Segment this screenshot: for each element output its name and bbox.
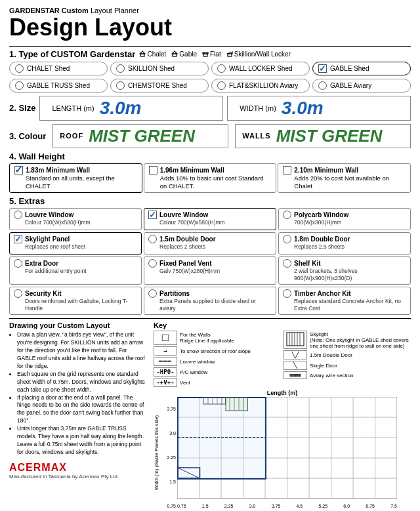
- door-15-title: 1.5m Double Door: [159, 235, 216, 243]
- key-aviary: ▦▦▦▦ Aviary wire section: [284, 371, 411, 379]
- security-title: Security Kit: [25, 289, 137, 298]
- extra-shelf[interactable]: Shelf Kit 2 wall brackets, 3 shelves 900…: [278, 256, 411, 285]
- shed-option-gable-aviary[interactable]: GABLE Aviary: [312, 79, 411, 92]
- radio-polycarb: [283, 211, 291, 219]
- svg-rect-7: [228, 54, 232, 56]
- chart-title-x: Length (m): [154, 390, 411, 396]
- check-louvre2: ✓: [148, 211, 157, 219]
- extra-door-text: Extra Door For additional entry point: [25, 259, 87, 275]
- drawing-right: Key ┌─┐└─┘ For the WallsRidge Line if ap…: [154, 321, 411, 508]
- fixed-vent-text: Fixed Panel Vent Galv 750(W)x280(H)mm: [159, 259, 220, 275]
- drawing-section: Drawing your Custom Layout Draw a plan v…: [9, 321, 411, 508]
- section5-label: 5. Extras: [9, 196, 45, 206]
- wall-183-text: 1.83m Minimum Wall Standard on all units…: [26, 166, 137, 191]
- extra-door-18[interactable]: 1.8m Double Door Replaces 2.5 sheets: [278, 232, 411, 255]
- radio-gable-truss: [15, 81, 24, 90]
- shed-label-chemstore: CHEMSTORE Shed: [128, 82, 187, 89]
- key-skylight: Skylight(Note: One skylight in GABLE she…: [284, 331, 411, 349]
- key-vent-label: Vent: [180, 380, 190, 386]
- louvre2-desc: Colour 700(W)x580(H)mm: [159, 219, 225, 226]
- type-gable: Gable: [171, 51, 197, 58]
- radio-skillion: [116, 64, 125, 73]
- walls-colour-box: WALLS MIST GREEN: [235, 124, 411, 148]
- length-label: LENGTH (m): [52, 104, 94, 112]
- wall-196-title: 1.96m Minimum Wall: [160, 166, 272, 174]
- louvre2-text: Louvre Window Colour 700(W)x580(H)mm: [159, 211, 225, 226]
- louvre1-text: Louvre Window Colour 700(W)x580(H)mm: [25, 211, 91, 226]
- shed-label-chalet: CHALET Shed: [27, 65, 70, 72]
- type-chalet: Chalet: [139, 51, 166, 58]
- section2-label: 2. Size: [9, 103, 35, 113]
- timber-anchor-desc: Replaces standard Concrete Anchor Kit, n…: [294, 298, 406, 312]
- extra-timber-anchor[interactable]: Timber Anchor Kit Replaces standard Conc…: [278, 287, 411, 315]
- extra-door-desc: For additional entry point: [25, 268, 87, 275]
- radio-flat-skillion: [217, 81, 226, 90]
- shelf-text: Shelf Kit 2 wall brackets, 3 shelves 900…: [294, 259, 406, 282]
- security-text: Security Kit Doors reinforced with Galtu…: [25, 289, 137, 312]
- svg-rect-28: [178, 398, 266, 479]
- key-skylight-label: Skylight(Note: One skylight in GABLE she…: [310, 331, 411, 349]
- drawing-left: Drawing your Custom Layout Draw a plan v…: [9, 321, 147, 508]
- shed-option-gable-truss[interactable]: GABLE TRUSS Shed: [9, 79, 108, 92]
- radio-partitions: [148, 289, 157, 298]
- extra-skylight[interactable]: ✓ Skylight Panel Replaces one roof sheet: [9, 232, 142, 255]
- acermax-logo: ACERMAX Manufactured in Tasmania by Acer…: [9, 462, 147, 480]
- partitions-text: Partitions Extra Panels supplied to divi…: [159, 289, 272, 312]
- key-pc-label: P/C window: [180, 369, 207, 375]
- x-labels: 0.75 1.5 2.25 3.0 3.75 4.5 5.25 6.0 6.75…: [177, 503, 397, 508]
- key-aviary-label: Aviary wire section: [310, 373, 354, 378]
- key-walls: ┌─┐└─┘ For the WallsRidge Line if applic…: [154, 331, 281, 345]
- drawing-title: Drawing your Custom Layout: [9, 321, 147, 329]
- wall-196-option[interactable]: 1.96m Minimum Wall Adds 10% to basic uni…: [144, 163, 277, 194]
- door-18-desc: Replaces 2.5 sheets: [294, 243, 350, 251]
- shed-option-chemstore[interactable]: CHEMSTORE Shed: [110, 79, 209, 92]
- extra-polycarb[interactable]: Polycarb Window 700(W)x300(H)mm: [278, 208, 411, 230]
- section-divider: [9, 318, 411, 319]
- extra-security[interactable]: Security Kit Doors reinforced with Galtu…: [9, 287, 142, 315]
- key-arrow-symbol: →: [154, 346, 177, 356]
- chart-wrapper: Width (m) (Gable Panels this side) 0.75 …: [154, 397, 411, 508]
- extra-fixed-vent[interactable]: Fixed Panel Vent Galv 750(W)x280(H)mm: [144, 256, 276, 285]
- type-icons: Chalet Gable Flat Skillion/Wall Locker: [139, 51, 291, 58]
- extra-partitions[interactable]: Partitions Extra Panels supplied to divi…: [144, 287, 276, 315]
- extra-extra-door[interactable]: Extra Door For additional entry point: [9, 256, 142, 285]
- radio-wall-locker: [217, 64, 226, 73]
- wall-183-option[interactable]: ✓ 1.83m Minimum Wall Standard on all uni…: [9, 163, 142, 194]
- louvre1-title: Louvre Window: [25, 211, 91, 219]
- polycarb-title: Polycarb Window: [294, 211, 348, 219]
- extra-door-15[interactable]: 1.5m Double Door Replaces 2 sheets: [144, 232, 276, 255]
- page-title: Design Layout: [9, 14, 411, 41]
- wall-183-title: 1.83m Minimum Wall: [26, 166, 137, 174]
- radio-louvre1: [14, 211, 22, 219]
- shelf-title: Shelf Kit: [294, 259, 406, 268]
- shed-option-wall-locker[interactable]: WALL LOCKER Shed: [211, 62, 310, 75]
- key-vent-symbol: -+V+-: [154, 378, 177, 387]
- key-double-door: ╲╱ 1.5m Double Door: [284, 350, 411, 359]
- wall-210-option[interactable]: 2.10m Minimum Wall Adds 20% to cost Not …: [278, 163, 411, 194]
- shed-option-gable[interactable]: ✓ GABLE Shed: [312, 62, 411, 75]
- extra-louvre1[interactable]: Louvre Window Colour 700(W)x580(H)mm: [9, 208, 142, 230]
- shed-option-chalet[interactable]: CHALET Shed: [9, 62, 108, 75]
- shelf-desc: 2 wall brackets, 3 shelves 900(W)x900(H)…: [294, 268, 406, 282]
- key-col-left: ┌─┐└─┘ For the WallsRidge Line if applic…: [154, 331, 281, 387]
- chart-svg-container: 0.75 1.5 2.25 3.0 3.75 4.5 5.25 6.0 6.75…: [177, 397, 397, 508]
- svg-rect-37: [226, 398, 248, 411]
- walls-value: MIST GREEN: [276, 126, 383, 146]
- skylight-text: Skylight Panel Replaces one roof sheet: [25, 235, 85, 251]
- section3-label: 3. Colour: [9, 131, 46, 141]
- key-louvre-symbol: ═══: [154, 357, 177, 366]
- shed-option-flat-skillion[interactable]: FLAT&SKILLION Aviary: [211, 79, 310, 92]
- section1-label: 1. Type of CUSTOM Gardenstar: [9, 49, 135, 59]
- fixed-vent-desc: Galv 750(W)x280(H)mm: [159, 268, 220, 275]
- shed-options-row1: CHALET Shed SKILLION Shed WALL LOCKER Sh…: [9, 62, 411, 75]
- shed-label-skillion: SKILLION Shed: [128, 65, 175, 72]
- key-walls-label: For the WallsRidge Line if applicable: [180, 332, 234, 344]
- wall-210-text: 2.10m Minimum Wall Adds 20% to cost Not …: [294, 166, 406, 191]
- key-pc-symbol: -HP0-: [154, 367, 177, 377]
- roof-label: ROOF: [60, 132, 83, 140]
- shed-option-skillion[interactable]: SKILLION Shed: [110, 62, 209, 75]
- extra-louvre2[interactable]: ✓ Louvre Window Colour 700(W)x580(H)mm: [144, 208, 276, 230]
- type-flat: Flat: [202, 51, 221, 58]
- louvre1-desc: Colour 700(W)x580(H)mm: [25, 219, 91, 226]
- shed-label-gable: GABLE Shed: [330, 65, 369, 72]
